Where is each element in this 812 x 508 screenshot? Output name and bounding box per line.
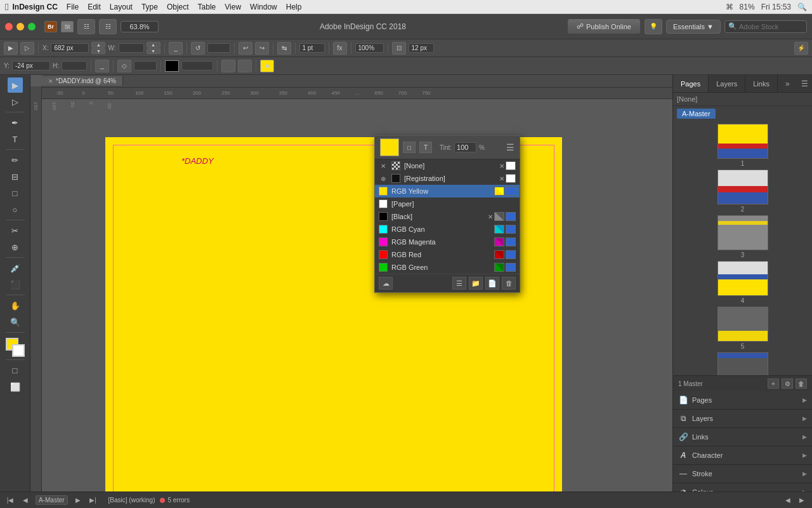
- maximize-button[interactable]: [28, 23, 36, 30]
- current-page-info[interactable]: A-Master: [36, 495, 68, 505]
- shear-field[interactable]: [134, 61, 157, 70]
- rectangle-frame-tool[interactable]: ⊟: [8, 169, 23, 184]
- menu-type[interactable]: Type: [141, 3, 158, 11]
- direct-select-ctrl[interactable]: ▷: [20, 42, 34, 55]
- reg-white-btn[interactable]: [506, 174, 516, 183]
- apple-menu[interactable]: : [5, 1, 8, 12]
- transform-again-btn[interactable]: ↹: [277, 42, 291, 55]
- swatch-new-group-btn[interactable]: 📁: [469, 277, 483, 290]
- tab-links[interactable]: Links: [745, 75, 778, 92]
- select-tool-ctrl[interactable]: ▶: [4, 42, 18, 55]
- pencil-tool[interactable]: ✏: [8, 152, 23, 168]
- direct-selection-tool[interactable]: ▷: [8, 94, 23, 109]
- app-name[interactable]: InDesign CC: [12, 3, 57, 11]
- section-stroke-header[interactable]: — Stroke ▶: [673, 465, 812, 483]
- tint-input[interactable]: 100: [454, 142, 476, 152]
- type-tool[interactable]: T: [8, 131, 23, 147]
- scissors-tool[interactable]: ✂: [8, 223, 23, 238]
- menu-layout[interactable]: Layout: [110, 3, 133, 11]
- tab-pages[interactable]: Pages: [673, 75, 709, 92]
- canvas-content[interactable]: *DADDY: [42, 99, 672, 491]
- swatch-none[interactable]: ✕ [None] ✕: [375, 159, 520, 172]
- page-thumb-5[interactable]: A 5: [676, 307, 809, 350]
- swatch-delete-btn[interactable]: 🗑: [502, 277, 516, 290]
- green-rgb-btn[interactable]: [506, 263, 516, 272]
- page-thumb-3[interactable]: A 3: [676, 215, 809, 258]
- menu-file[interactable]: File: [67, 3, 79, 11]
- swatch-rgb-red[interactable]: RGB Red: [375, 248, 520, 261]
- align-para-btn[interactable]: ⁣: [221, 60, 235, 72]
- minimize-button[interactable]: [16, 23, 24, 30]
- page-settings-btn[interactable]: ⚙: [782, 378, 793, 389]
- publish-online-button[interactable]: ☍ Publish Online: [567, 18, 641, 34]
- red-rgb-btn[interactable]: [506, 250, 516, 259]
- none-white-btn[interactable]: [506, 161, 516, 170]
- free-transform-tool[interactable]: ⊕: [8, 239, 23, 255]
- h-field[interactable]: [62, 61, 87, 70]
- panel-tab-more[interactable]: »: [782, 75, 794, 92]
- y-field[interactable]: -24 px: [12, 61, 50, 70]
- w-up[interactable]: ▲: [147, 42, 160, 48]
- black-rgb-btn[interactable]: [506, 212, 516, 221]
- lightbulb-button[interactable]: 💡: [645, 19, 662, 34]
- cloud-swatch-btn[interactable]: ☁: [379, 277, 393, 290]
- swatch-paper[interactable]: [Paper]: [375, 197, 520, 210]
- normal-mode-btn[interactable]: □: [8, 363, 23, 378]
- align-btn[interactable]: ⊡: [392, 42, 406, 55]
- stock-button[interactable]: St: [61, 21, 74, 32]
- menu-window[interactable]: Window: [250, 3, 277, 11]
- arrange-button[interactable]: ☷: [99, 19, 117, 34]
- fill-type-t[interactable]: T: [419, 142, 432, 153]
- magenta-rgb-btn[interactable]: [506, 237, 516, 246]
- w-field[interactable]: [119, 43, 144, 53]
- swatch-list-view-btn[interactable]: ☰: [452, 277, 466, 290]
- rectangle-tool[interactable]: □: [8, 185, 23, 201]
- x-down[interactable]: ▼: [91, 48, 105, 54]
- pen-tool[interactable]: ✒: [8, 115, 23, 130]
- close-button[interactable]: [5, 23, 13, 30]
- green-cmyk-btn[interactable]: [494, 263, 504, 272]
- undo-btn[interactable]: ↩: [239, 42, 252, 55]
- yellow-rgb-btn[interactable]: [506, 187, 516, 196]
- a-master-badge[interactable]: A-Master: [677, 109, 716, 119]
- status-arrow-right[interactable]: ▶: [797, 495, 807, 505]
- page-thumb-1[interactable]: A 1: [676, 124, 809, 167]
- fill-swatch-ctrl2[interactable]: ■: [260, 60, 274, 72]
- magenta-cmyk-btn[interactable]: [494, 237, 504, 246]
- section-colour-header[interactable]: ◑ Colour ▶: [673, 483, 812, 491]
- x-field[interactable]: 682 px: [51, 43, 89, 53]
- page-thumb-2[interactable]: A 2: [676, 170, 809, 213]
- status-arrow-left[interactable]: ◀: [783, 495, 793, 505]
- background-color[interactable]: [12, 344, 25, 357]
- constrain-btn[interactable]: ⎯: [169, 42, 183, 55]
- cyan-rgb-btn[interactable]: [506, 225, 516, 234]
- effects-btn[interactable]: fx: [333, 42, 347, 55]
- page-thumb-4[interactable]: A 4: [676, 261, 809, 304]
- menu-table[interactable]: Table: [198, 3, 216, 11]
- rotate-field[interactable]: [207, 43, 230, 53]
- swatch-black[interactable]: [Black] ✕: [375, 210, 520, 223]
- prev-page-btn2[interactable]: ◀: [20, 495, 30, 505]
- align-para-btn2[interactable]: ⁤: [238, 60, 252, 72]
- swatches-menu-btn[interactable]: ☰: [506, 142, 514, 152]
- view-mode-button[interactable]: ☷: [77, 19, 95, 34]
- prev-page-btn[interactable]: |◀: [5, 495, 15, 505]
- w-down[interactable]: ▼: [147, 48, 160, 54]
- menu-edit[interactable]: Edit: [88, 3, 101, 11]
- section-links-header[interactable]: 🔗 Links ▶: [673, 428, 812, 446]
- stroke-color-field[interactable]: [181, 61, 213, 70]
- essentials-button[interactable]: Essentials ▼: [666, 20, 721, 34]
- menu-object[interactable]: Object: [167, 3, 189, 11]
- swatch-registration[interactable]: ⊕ [Registration] ✕: [375, 172, 520, 185]
- new-page-btn[interactable]: +: [768, 378, 779, 389]
- section-character-header[interactable]: A Character ▶: [673, 446, 812, 464]
- zoom-display[interactable]: 63.8%: [121, 21, 159, 32]
- canvas-area[interactable]: ✕ *DADDY.indd @ 64% -50 0 50 100 150 200…: [30, 75, 672, 491]
- bridge-button[interactable]: Br: [44, 21, 57, 32]
- swatch-rgb-yellow[interactable]: RGB Yellow: [375, 185, 520, 197]
- delete-page-btn[interactable]: 🗑: [796, 378, 807, 389]
- red-cmyk-btn[interactable]: [494, 250, 504, 259]
- view-zoom-field[interactable]: 100%: [355, 43, 384, 53]
- stroke-weight-field[interactable]: 1 pt: [299, 43, 325, 53]
- shear-btn[interactable]: ◇: [117, 60, 131, 72]
